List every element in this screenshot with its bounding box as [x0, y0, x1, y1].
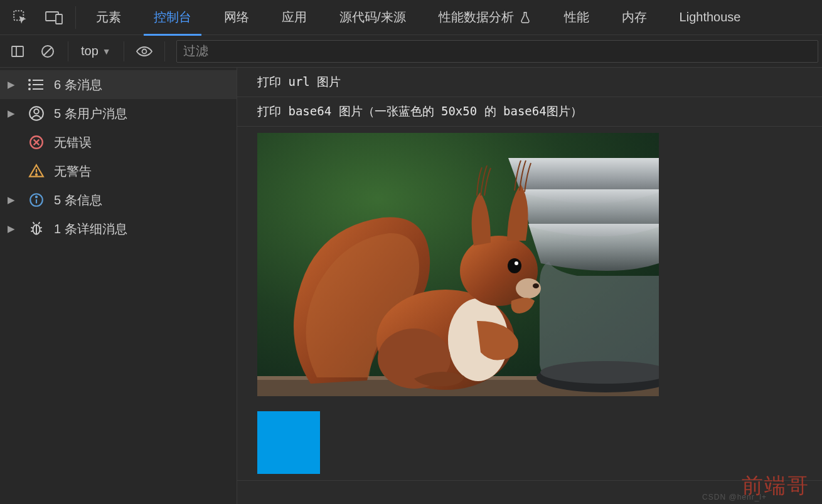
- error-icon: [26, 132, 46, 152]
- tab-sources[interactable]: 源代码/来源: [323, 0, 422, 35]
- chevron-right-icon: ▶: [4, 194, 19, 206]
- sidebar-item-label: 5 条用户消息: [54, 105, 230, 122]
- tab-lighthouse[interactable]: Lighthouse: [663, 0, 757, 35]
- sidebar-item-label: 无警告: [54, 163, 230, 180]
- tab-memory[interactable]: 内存: [606, 0, 663, 35]
- tab-label: 控制台: [154, 9, 191, 26]
- svg-point-7: [142, 49, 146, 53]
- toolbar-separator: [164, 41, 165, 61]
- device-toolbar-icon[interactable]: [38, 0, 72, 35]
- expand-icon: [237, 103, 257, 105]
- console-image-block: [237, 127, 822, 481]
- chevron-right-icon: ▶: [4, 223, 19, 234]
- tab-elements[interactable]: 元素: [80, 0, 137, 35]
- svg-point-15: [34, 109, 39, 114]
- sidebar-item-label: 1 条详细消息: [54, 221, 230, 238]
- sidebar-item-all-messages[interactable]: ▶ 6 条消息: [0, 70, 237, 99]
- console-toolbar: top ▼: [0, 35, 822, 68]
- sidebar-item-info[interactable]: ▶ 5 条信息: [0, 186, 237, 214]
- svg-point-20: [36, 174, 37, 175]
- chevron-down-icon: ▼: [102, 46, 111, 56]
- tab-label: 网络: [224, 9, 249, 26]
- svg-line-29: [40, 231, 41, 231]
- sidebar-item-user-messages[interactable]: ▶ 5 条用户消息: [0, 99, 237, 128]
- svg-point-12: [29, 84, 30, 85]
- log-message: 打印 url 图片: [257, 74, 341, 90]
- chevron-right-icon: ▶: [4, 108, 19, 119]
- tab-console[interactable]: 控制台: [137, 0, 208, 35]
- sidebar-item-label: 无错误: [54, 134, 230, 151]
- console-output: 打印 url 图片 打印 base64 图片（一张蓝色的 50x50 的 bas…: [237, 68, 822, 504]
- tab-label: 源代码/来源: [339, 9, 406, 26]
- tab-network[interactable]: 网络: [208, 0, 265, 35]
- svg-point-44: [533, 283, 539, 288]
- svg-rect-2: [56, 14, 62, 24]
- svg-rect-3: [12, 46, 23, 56]
- svg-line-28: [40, 228, 41, 228]
- expand-icon: [237, 74, 257, 76]
- tab-label: 内存: [622, 9, 647, 26]
- console-main: ▶ 6 条消息 ▶ 5 条用户消息: [0, 68, 822, 504]
- svg-point-43: [516, 278, 541, 298]
- chevron-right-icon: ▶: [4, 79, 19, 90]
- devtools-root: 元素 控制台 网络 应用 源代码/来源 性能数据分析 性能 内存 Lightho…: [0, 0, 822, 504]
- devtools-tabbar: 元素 控制台 网络 应用 源代码/来源 性能数据分析 性能 内存 Lightho…: [0, 0, 822, 35]
- clear-console-button[interactable]: [34, 38, 61, 65]
- svg-point-41: [508, 258, 521, 273]
- svg-line-6: [44, 48, 51, 55]
- tab-performance-insights[interactable]: 性能数据分析: [422, 0, 548, 35]
- user-icon: [26, 103, 46, 123]
- live-expression-button[interactable]: [131, 45, 158, 58]
- svg-point-13: [29, 88, 30, 90]
- execution-context-selector[interactable]: top ▼: [75, 44, 117, 58]
- toolbar-separator: [68, 41, 68, 61]
- inspect-element-icon[interactable]: [4, 0, 38, 35]
- list-icon: [26, 75, 46, 95]
- bug-icon: [26, 219, 46, 239]
- base64-image-preview: [257, 411, 320, 474]
- info-icon: [26, 190, 46, 210]
- toolbar-separator: [124, 41, 124, 61]
- svg-point-23: [36, 196, 37, 197]
- context-label: top: [81, 44, 99, 58]
- sidebar-item-label: 6 条消息: [54, 76, 230, 93]
- console-sidebar: ▶ 6 条消息 ▶ 5 条用户消息: [0, 68, 237, 504]
- console-log-row[interactable]: 打印 base64 图片（一张蓝色的 50x50 的 base64图片）: [237, 97, 822, 127]
- tab-label: 应用: [282, 9, 307, 26]
- console-log-row[interactable]: 打印 url 图片: [237, 68, 822, 97]
- warning-icon: [26, 161, 46, 181]
- url-image-preview: [257, 133, 659, 396]
- sidebar-item-verbose[interactable]: ▶ 1 条详细消息: [0, 214, 237, 243]
- tab-separator: [75, 6, 76, 29]
- watermark-text: 前端哥: [742, 471, 809, 500]
- tab-application[interactable]: 应用: [265, 0, 323, 35]
- svg-line-30: [33, 222, 35, 224]
- tab-label: 元素: [96, 9, 121, 26]
- svg-line-26: [31, 228, 33, 228]
- sidebar-item-errors[interactable]: 无错误: [0, 128, 237, 157]
- tab-label: 性能数据分析: [439, 9, 514, 26]
- flask-icon: [519, 11, 531, 24]
- tab-performance[interactable]: 性能: [548, 0, 606, 35]
- sidebar-item-warnings[interactable]: 无警告: [0, 157, 237, 186]
- svg-point-11: [29, 80, 30, 81]
- filter-input-wrapper: [176, 40, 818, 63]
- sidebar-item-label: 5 条信息: [54, 192, 230, 209]
- log-message: 打印 base64 图片（一张蓝色的 50x50 的 base64图片）: [257, 103, 582, 120]
- toggle-sidebar-button[interactable]: [4, 38, 31, 65]
- filter-input[interactable]: [177, 44, 818, 58]
- svg-point-42: [515, 261, 518, 265]
- svg-line-27: [31, 231, 33, 231]
- svg-line-31: [38, 222, 40, 224]
- tab-label: Lighthouse: [680, 10, 741, 24]
- tab-label: 性能: [564, 9, 589, 26]
